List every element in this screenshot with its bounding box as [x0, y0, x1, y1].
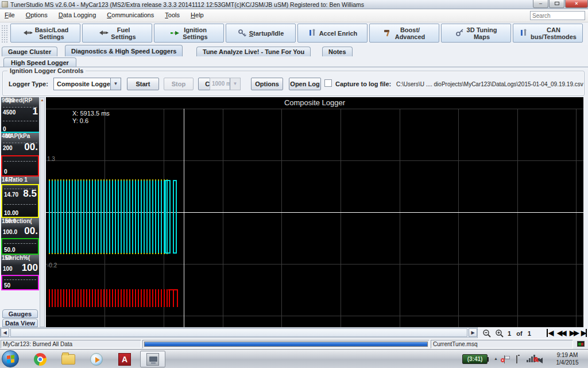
open-log-button[interactable]: Open Log: [289, 78, 321, 90]
scroll-up-icon[interactable]: ▲: [40, 98, 44, 102]
maximize-icon: [555, 2, 559, 5]
ignition-logger-controls-group: Ignition Logger Controls Logger Type: Co…: [2, 71, 585, 96]
can-bus-testmodes-button[interactable]: CANbus/Testmodes: [513, 24, 583, 43]
y-axis-label-top: 1.3: [47, 156, 55, 162]
tab-high-speed-logger[interactable]: High Speed Logger: [3, 57, 76, 67]
last-page-button[interactable]: ▶: [581, 329, 587, 337]
hammer-icon: [384, 29, 393, 38]
menu-options[interactable]: Options: [21, 9, 52, 18]
gauge-accel-enrich: 150Enrich%( 100 100 50: [1, 255, 39, 290]
taskbar-chrome-button[interactable]: [28, 351, 53, 367]
start-button[interactable]: [2, 350, 19, 367]
taskbar-tunerstudio-button[interactable]: [140, 351, 165, 367]
tray-expand-icon[interactable]: ▲: [494, 356, 498, 361]
taskbar-adobe-reader-button[interactable]: A: [112, 351, 137, 367]
clamp-icon: [22, 29, 33, 38]
gauge-sidebar: 9000Speed(RP 4500 1 0 400MAP(kPa 200 00.…: [1, 97, 39, 290]
gauge-range-box: 0: [1, 155, 39, 177]
search-input[interactable]: [530, 11, 585, 20]
stop-button: Stop: [164, 78, 194, 90]
capture-label: Capture to log file:: [335, 80, 391, 87]
startup-idle-button[interactable]: Startup/Idle: [226, 24, 296, 43]
tab-notes[interactable]: Notes: [322, 47, 353, 56]
capture-path: C:\Users\U .... dioProjects\MyCar123\Dat…: [396, 81, 583, 87]
chart-title: Composite Logger: [46, 98, 583, 107]
composite-logger-chart[interactable]: Composite Logger X: 5913.5 ms Y: 0.6 1.3…: [46, 97, 583, 327]
adobe-reader-icon: A: [118, 353, 131, 366]
taskbar-explorer-button[interactable]: [56, 351, 81, 367]
gauge-engine-speed: 9000Speed(RP 4500 1 0: [1, 97, 39, 133]
trace-marker-dots: [49, 253, 168, 254]
spark-icon: [170, 29, 180, 38]
composite-trace-low: [49, 289, 168, 307]
tab-tune-analyze-live[interactable]: Tune Analyze Live! - Tune For You: [196, 47, 311, 56]
scroll-right-icon[interactable]: ▶: [469, 328, 477, 337]
taskbar-media-player-button[interactable]: [84, 351, 109, 367]
chevron-down-icon[interactable]: ▼: [110, 78, 121, 90]
tray-clock[interactable]: 9:19 AM 1/4/2015: [550, 351, 585, 366]
composite-trace-high-pulse: [165, 180, 171, 254]
composite-trace-high-pulse: [173, 180, 177, 254]
trace-marker-dots: [49, 179, 168, 181]
sidebar-scrollbar[interactable]: ▲: [40, 97, 45, 327]
scroll-left-icon[interactable]: ◀: [1, 328, 9, 337]
prev-page-button[interactable]: ◀◀: [557, 329, 565, 337]
scrollbar-thumb[interactable]: [10, 328, 467, 337]
composite-trace-low-pulse: [173, 289, 174, 307]
close-button[interactable]: ×: [565, 0, 588, 8]
next-page-button[interactable]: ▶▶: [570, 329, 578, 337]
tab-gauges[interactable]: Gauges: [2, 309, 38, 318]
tab-data-view[interactable]: Data View: [2, 319, 38, 327]
tools-icon: [519, 29, 528, 38]
zoom-in-icon[interactable]: [495, 329, 504, 338]
tab-gauge-cluster[interactable]: Gauge Cluster: [2, 47, 57, 56]
window-title: TunerStudio MS v2.6.04 - MyCar123 (MS2/E…: [10, 1, 364, 8]
menu-file[interactable]: File: [0, 9, 20, 18]
ignition-settings-button[interactable]: IgnitionSettings: [154, 24, 224, 43]
tools-icon: [308, 29, 317, 38]
menu-communications[interactable]: Communications: [102, 9, 158, 18]
page-indicator: 1 of 1: [508, 330, 531, 337]
options-button[interactable]: Options: [251, 78, 283, 90]
toolbar-grip[interactable]: [1, 25, 8, 43]
gauge-range-box: 14.70 8.5 10.00: [1, 184, 39, 218]
menu-tools[interactable]: Tools: [160, 9, 184, 18]
menu-bar: File Options Data Logging Communications…: [0, 9, 588, 22]
zoom-out-icon[interactable]: [482, 329, 492, 338]
3d-tuning-maps-button[interactable]: 3D TuningMaps: [441, 24, 511, 43]
key-icon: [238, 29, 247, 38]
logger-type-label: Logger Type:: [9, 80, 48, 87]
accel-enrich-button[interactable]: Accel Enrich: [297, 24, 368, 43]
start-button[interactable]: Start: [127, 78, 159, 90]
status-bar: MyCar123: Burned All Data CurrentTune.ms…: [0, 339, 588, 349]
current-tune-file: CurrentTune.msq: [431, 340, 573, 348]
composite-trace-low-pulse: [169, 289, 170, 307]
comm-status-indicator: [577, 341, 585, 347]
first-page-button[interactable]: ◀: [547, 329, 552, 337]
menu-help[interactable]: Help: [186, 9, 208, 18]
windows-logo-icon: [7, 355, 14, 363]
menu-data-logging[interactable]: Data Logging: [54, 9, 100, 18]
media-player-icon: [90, 353, 103, 366]
gauge-afr: 14.7l Ratio 1 14.70 8.5 10.00: [1, 177, 39, 218]
fuel-settings-button[interactable]: FuelSettings: [82, 24, 152, 43]
capture-checkbox[interactable]: [324, 79, 332, 87]
status-progress-cell: [142, 340, 430, 348]
logger-type-select[interactable]: Composite Logger ▼: [53, 78, 121, 90]
key-icon: [455, 29, 465, 38]
basic-load-settings-button[interactable]: Basic/LoadSettings: [10, 24, 80, 43]
title-bar: TunerStudio MS v2.6.04 - MyCar123 (MS2/E…: [0, 0, 588, 9]
gauge-correction: 150.0orrection( 100.0 00. 50.0: [1, 218, 39, 255]
gauge-range-box: 50.0: [1, 238, 39, 255]
minimize-button[interactable]: –: [533, 0, 548, 8]
y-axis-label-bottom: -0.2: [47, 262, 57, 269]
maximize-button[interactable]: [549, 0, 564, 8]
progress-bar: [144, 342, 428, 347]
interval-select: 1000 ms ▼: [210, 78, 241, 90]
taskbar: A (3:41) ▲ x 9:19 AM 1/4/2015: [0, 349, 588, 368]
tab-diagnostics-high-speed-loggers[interactable]: Diagnostics & High Speed Loggers: [65, 45, 183, 56]
tray-battery-timer[interactable]: (3:41): [462, 354, 488, 364]
chart-horizontal-scrollbar[interactable]: ◀ ▶: [0, 327, 478, 338]
power-icon[interactable]: [516, 355, 517, 363]
boost-advanced-button[interactable]: Boost/Advanced: [369, 24, 439, 43]
